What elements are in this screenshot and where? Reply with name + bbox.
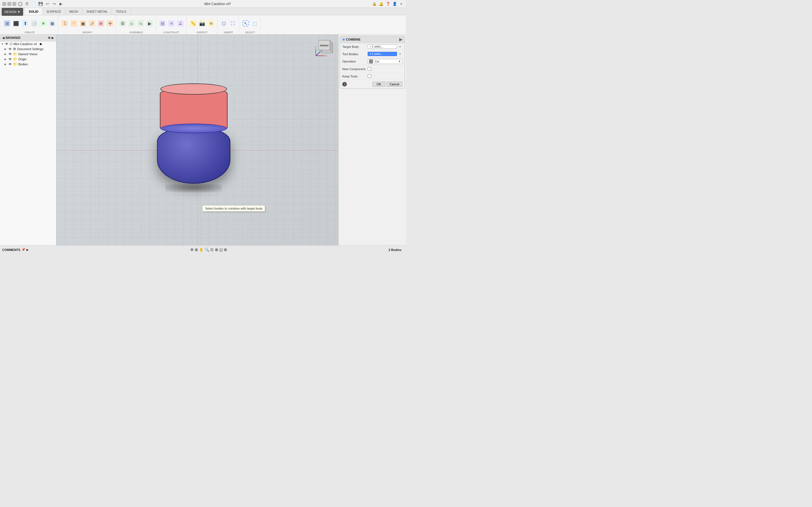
- panel-collapse-btn[interactable]: ▶: [399, 37, 402, 42]
- create-extrude-btn[interactable]: ⬆: [21, 20, 29, 27]
- help-icon[interactable]: ❓: [385, 1, 391, 7]
- win-btn-3[interactable]: [12, 2, 16, 6]
- win-btn-1[interactable]: [2, 2, 6, 6]
- modify-press-pull-btn[interactable]: ⤵: [61, 20, 69, 27]
- browser-expand-btn[interactable]: ▶: [52, 36, 54, 40]
- display-mode-icon[interactable]: ◱: [219, 247, 223, 252]
- dropdown-arrow-icon: ▼: [398, 60, 401, 63]
- tab-tools[interactable]: TOOLS: [112, 8, 131, 15]
- tab-surface[interactable]: SURFACE: [43, 8, 65, 15]
- tool-bodies-clear-btn[interactable]: ×: [398, 52, 402, 56]
- assemble-drive-btn[interactable]: ▶: [146, 20, 154, 27]
- ribbon-group-select: ↖ ⬚ SELECT: [240, 15, 261, 34]
- cancel-button[interactable]: Cancel: [387, 82, 402, 87]
- inspect-zebra-btn[interactable]: ≋: [207, 20, 215, 27]
- pattern-icon: ✳: [40, 20, 46, 26]
- select-buttons: ↖ ⬚: [241, 16, 259, 31]
- expand-icon: ▶: [4, 48, 7, 50]
- lock-icon[interactable]: 🔒: [371, 1, 377, 7]
- construct-offset-btn[interactable]: ⊟: [158, 20, 167, 27]
- browser-item-origin[interactable]: ▶ 👁 📁 Origin: [0, 57, 56, 62]
- ribbon-tabs: DESIGN ▼ SOLID SURFACE MESH SHEET METAL …: [0, 8, 406, 15]
- insert-mesh-btn[interactable]: ⬡: [220, 20, 228, 27]
- window-controls[interactable]: [2, 2, 16, 6]
- modify-combine-btn[interactable]: ⊕: [97, 20, 105, 27]
- zoom-icon[interactable]: 🔍: [205, 247, 209, 252]
- browser-item-root[interactable]: ▼ 👁 ⬡ Mini Cauldron v4 ⏺: [0, 41, 56, 47]
- modify-shell-btn[interactable]: ▣: [79, 20, 87, 27]
- inspect-section-btn[interactable]: 📷: [198, 20, 206, 27]
- origin-folder-icon: 📁: [13, 57, 17, 61]
- tool-bodies-value: ↗ 1 selec... ×: [368, 52, 402, 56]
- zoom-fit-icon[interactable]: ⊡: [210, 247, 213, 252]
- orbit-icon[interactable]: ✋: [199, 247, 204, 252]
- create-new-body-btn[interactable]: ⊞: [3, 20, 11, 27]
- statusbar-expand-btn[interactable]: ▶: [27, 248, 29, 251]
- close-button[interactable]: ×: [399, 1, 404, 6]
- motion-icon: ⤿: [138, 20, 144, 26]
- display-settings-icon[interactable]: ⚙: [190, 247, 194, 252]
- assemble-ground-btn[interactable]: ⏚: [128, 20, 136, 27]
- create-group-label: CREATE: [24, 31, 35, 34]
- menu-icon[interactable]: ☰: [24, 1, 30, 7]
- create-box-btn[interactable]: ⬛: [12, 20, 20, 27]
- eye-icon: 👁: [8, 47, 12, 51]
- save-icon[interactable]: 💾: [38, 1, 43, 7]
- browser-collapse-btn[interactable]: ◀: [2, 36, 4, 40]
- tab-mesh[interactable]: MESH: [65, 8, 83, 15]
- assemble-joint-btn[interactable]: ⚙: [118, 20, 127, 27]
- modify-scale-btn[interactable]: ⤢: [88, 20, 96, 27]
- view-mode-icon[interactable]: 🖥: [214, 247, 218, 252]
- cauldron-3d-object: [157, 88, 231, 192]
- browser-item-bodies[interactable]: ▶ 👁 📁 Bodies: [0, 62, 56, 67]
- create-more-btn[interactable]: ▦: [48, 20, 56, 27]
- view-cube[interactable]: FRONT X Y Z: [313, 38, 336, 60]
- select-window-btn[interactable]: ⬚: [250, 20, 259, 27]
- files-icon[interactable]: 📄: [31, 1, 37, 7]
- design-dropdown[interactable]: DESIGN ▼: [2, 8, 23, 16]
- keep-tools-checkbox[interactable]: [368, 74, 371, 78]
- grid-icon[interactable]: ⊞: [195, 247, 198, 252]
- operation-dropdown[interactable]: Cut ▼: [368, 59, 402, 64]
- modify-fillet-btn[interactable]: ◜: [70, 20, 78, 27]
- undo-icon[interactable]: ↩: [45, 1, 50, 7]
- user-avatar[interactable]: 👤: [392, 1, 398, 7]
- tool-bodies-selector[interactable]: ↗ 1 selec...: [368, 52, 397, 56]
- info-icon[interactable]: i: [342, 82, 347, 87]
- select-select-btn[interactable]: ↖: [241, 20, 250, 27]
- combine-panel-icon: ⊕: [342, 38, 345, 41]
- modify-buttons: ⤵ ◜ ▣ ⤢ ⊕ ✛: [61, 16, 114, 31]
- win-btn-2[interactable]: [7, 2, 11, 6]
- component-icon: ⬡: [10, 42, 12, 46]
- tab-solid[interactable]: SOLID: [25, 8, 43, 15]
- target-body-selector[interactable]: ↗ 1 selec...: [368, 45, 397, 49]
- new-component-checkbox[interactable]: [368, 67, 371, 71]
- target-body-clear-btn[interactable]: ×: [398, 45, 402, 49]
- browser-settings-icon[interactable]: ⚙: [48, 36, 50, 40]
- fillet-icon: ◜: [71, 20, 77, 26]
- design-arrow: ▼: [17, 10, 20, 13]
- app-logo: ⬡: [18, 1, 22, 7]
- ok-button[interactable]: OK: [372, 82, 386, 87]
- comments-label: COMMENTS: [2, 248, 20, 251]
- assemble-motion-btn[interactable]: ⤿: [137, 20, 145, 27]
- viewport[interactable]: FRONT X Y Z Select bodies to combine wit…: [56, 35, 338, 245]
- forward-icon[interactable]: ▶: [58, 1, 64, 7]
- redo-icon[interactable]: ↪: [51, 1, 57, 7]
- insert-mesh-icon: ⬡: [221, 20, 227, 26]
- create-pattern-btn[interactable]: ✳: [39, 20, 47, 27]
- construct-angle-btn[interactable]: ∠: [176, 20, 185, 27]
- browser-item-named-views[interactable]: ▶ 👁 📁 Named Views: [0, 52, 56, 57]
- inspect-measure-btn[interactable]: 📏: [189, 20, 197, 27]
- tab-sheet-metal[interactable]: SHEET METAL: [82, 8, 112, 15]
- insert-svg-btn[interactable]: ⛶: [229, 20, 237, 27]
- browser-item-doc-settings[interactable]: ▶ 👁 ⚙ Document Settings: [0, 47, 56, 52]
- tool-bodies-row: Tool Bodies ↗ 1 selec... ×: [340, 50, 405, 58]
- modify-move-btn[interactable]: ✛: [106, 20, 114, 27]
- scale-icon: ⤢: [89, 20, 95, 26]
- layout-icon[interactable]: ⊞: [224, 247, 227, 252]
- notification-icon[interactable]: 🔔: [378, 1, 384, 7]
- construct-midplane-btn[interactable]: ≡: [167, 20, 175, 27]
- statusbar-pin-icon[interactable]: 📌: [21, 248, 26, 251]
- create-sphere-btn[interactable]: ⚪: [30, 20, 38, 27]
